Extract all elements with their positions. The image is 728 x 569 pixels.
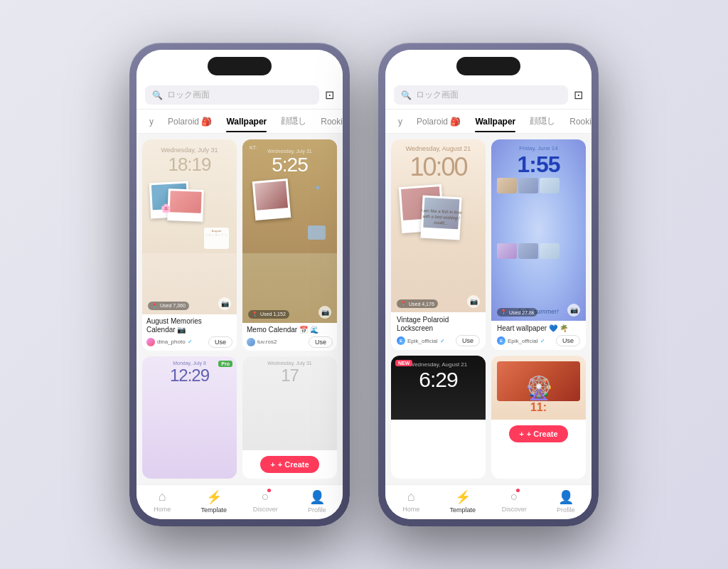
pro-badge-left: Pro <box>218 361 232 367</box>
vintage-title: Vintage Polaroid Lockscreen <box>397 316 480 333</box>
tab-y-left[interactable]: y <box>142 111 161 132</box>
expand-icon-left[interactable]: ⊡ <box>325 88 334 102</box>
phone-left: 🔍 ロック画面 ⊡ y Polaroid 🎒 Wallpaper 顔隠し Roo… <box>129 43 350 526</box>
create-button-right[interactable]: + + Create <box>509 425 567 442</box>
amusement-card-image: Pro 🎡 11: <box>491 356 586 420</box>
tab-polaroid-left[interactable]: Polaroid 🎒 <box>161 111 219 132</box>
nav-discover-label-left: Discover <box>253 506 278 513</box>
card-august-memories[interactable]: Wednesday, July 31 18:19 🌸 <box>142 139 237 351</box>
heart-photos <box>497 178 580 307</box>
plus-icon-right: + <box>519 430 523 438</box>
vintage-footer: Vintage Polaroid Lockscreen E Epik_offic… <box>391 312 486 350</box>
pol2-inner <box>170 191 202 213</box>
bottom-nav-right: ⌂ Home ⚡ Template ○ Discover 👤 Profile <box>385 484 592 519</box>
vintage-author-info: E Epik_official ✓ <box>397 336 445 345</box>
tab-wallpaper-right[interactable]: Wallpaper <box>468 111 523 132</box>
card2-author-info: luv.ros2 <box>247 338 277 346</box>
card1-author-row: dina_photo ✓ Use <box>146 336 232 348</box>
tiny-photo-2 <box>518 178 538 193</box>
vintage-use-button[interactable]: Use <box>456 335 480 346</box>
pol2 <box>167 188 204 222</box>
card-pro-left[interactable]: Pro Monday, July 8 12:29 <box>142 356 237 479</box>
new-badge: NEW <box>395 360 412 366</box>
nav-home-left[interactable]: ⌂ Home <box>136 489 188 514</box>
heart-card-image: Pro Friday, June 14 1:55 <box>491 139 586 321</box>
template-icon-right: ⚡ <box>455 489 471 505</box>
card1-photos: 🌸 August S M T W T F <box>146 179 232 250</box>
card2-use-button[interactable]: Use <box>309 336 333 348</box>
nav-home-right[interactable]: ⌂ Home <box>385 489 437 514</box>
search-input-right[interactable]: 🔍 ロック画面 <box>394 85 568 105</box>
card-night[interactable]: NEW Wednesday, August 21 6:29 <box>391 356 486 479</box>
vintage-big-time: 10:00 <box>410 152 466 182</box>
card-create-left[interactable]: Wednesday, July 31 17 + + Create <box>242 356 337 479</box>
discover-dot-right <box>516 489 520 492</box>
card1-used-text: Used 7,360 <box>160 303 186 308</box>
card1-time: 18:19 <box>168 154 210 176</box>
expand-icon-right[interactable]: ⊡ <box>574 88 583 102</box>
discover-dot-left <box>267 489 271 492</box>
nav-discover-left[interactable]: ○ Discover <box>240 489 291 514</box>
nav-profile-right[interactable]: 👤 Profile <box>540 489 592 514</box>
sandy-pol1 <box>252 179 291 220</box>
card4-create-area: + + Create <box>242 450 337 479</box>
tab-face-left[interactable]: 顔隠し <box>274 110 314 133</box>
tiny-photo-3 <box>540 178 560 193</box>
content-grid-right: Wednesday, August 21 10:00 I am like a f… <box>385 134 592 484</box>
used-icon-1: 📍 <box>151 303 158 309</box>
search-bar-right: 🔍 ロック画面 ⊡ <box>385 81 592 110</box>
card4-image: Wednesday, July 31 17 <box>242 356 337 451</box>
nav-template-left[interactable]: ⚡ Template <box>188 489 240 514</box>
tab-rookie-right[interactable]: Rookie ▾ <box>562 111 592 132</box>
amusement-image: 🎡 <box>497 361 580 401</box>
card2-author-name: luv.ros2 <box>257 339 277 345</box>
search-placeholder-left: ロック画面 <box>167 89 210 101</box>
vintage-photos: I am like a fish in love with a bird wis… <box>397 182 480 307</box>
vintage-date: Wednesday, August 21 <box>406 145 471 152</box>
home-icon-right: ⌂ <box>407 489 415 504</box>
card-amusement[interactable]: Pro 🎡 11: + + Create <box>491 356 586 479</box>
card-vintage-polaroid[interactable]: Wednesday, August 21 10:00 I am like a f… <box>391 139 486 350</box>
nav-profile-left[interactable]: 👤 Profile <box>291 489 343 514</box>
tab-y-right[interactable]: y <box>391 111 410 132</box>
notch-right <box>456 57 520 75</box>
tabs-bar-left: y Polaroid 🎒 Wallpaper 顔隠し Rookie ▾ <box>136 110 343 134</box>
discover-wrapper-right: ○ <box>510 489 518 504</box>
tab-rookie-left[interactable]: Rookie ▾ <box>314 111 343 132</box>
tabs-bar-right: y Polaroid 🎒 Wallpaper 顔隠し Rookie ▾ <box>385 110 592 134</box>
nav-discover-right[interactable]: ○ Discover <box>488 489 540 514</box>
heart-verified: ✓ <box>540 338 545 344</box>
card1-used-bar: 📍 Used 7,360 <box>148 302 189 310</box>
phone-right: 🔍 ロック画面 ⊡ y Polaroid 🎒 Wallpaper 顔隠し Roo… <box>378 43 599 526</box>
night-date: Wednesday, August 21 <box>410 361 468 368</box>
vintage-author-row: E Epik_official ✓ Use <box>397 335 480 346</box>
card1-title: August Memories Calendar 📷 <box>146 317 232 334</box>
nav-profile-label-right: Profile <box>557 506 575 514</box>
card4-preview: Wednesday, July 31 17 <box>242 356 337 390</box>
v-pol2: I am like a fish in love with a bird wis… <box>420 196 461 240</box>
heart-footer: Heart wallpaper 💙 🌴 E Epik_official ✓ Us… <box>491 321 586 350</box>
card-memo-calendar[interactable]: KT· Wednesday, July 31 5:25 ✦ <box>242 139 337 351</box>
discover-wrapper-left: ○ <box>262 489 269 504</box>
vintage-avatar: E <box>397 336 405 345</box>
tab-face-right[interactable]: 顔隠し <box>523 110 562 133</box>
ferris-wheel: 🎡 <box>497 374 580 401</box>
content-grid-left: Wednesday, July 31 18:19 🌸 <box>136 134 343 484</box>
card2-footer: Memo Calendar 📅 🌊 luv.ros2 Use <box>242 323 337 351</box>
notch-left <box>208 57 272 75</box>
tab-wallpaper-left[interactable]: Wallpaper <box>219 111 274 132</box>
vintage-author-name: Epik_official <box>407 338 438 344</box>
nav-template-right[interactable]: ⚡ Template <box>437 489 489 514</box>
heart-use-button[interactable]: Use <box>556 335 580 346</box>
phone-screen-right: 🔍 ロック画面 ⊡ y Polaroid 🎒 Wallpaper 顔隠し Roo… <box>385 50 592 519</box>
profile-icon-right: 👤 <box>558 489 574 505</box>
card-august-image: Wednesday, July 31 18:19 🌸 <box>142 139 237 314</box>
tab-polaroid-right[interactable]: Polaroid 🎒 <box>410 111 468 132</box>
night-card-image: NEW Wednesday, August 21 6:29 <box>391 356 486 420</box>
search-input-left[interactable]: 🔍 ロック画面 <box>145 85 319 105</box>
card-heart-wallpaper[interactable]: Pro Friday, June 14 1:55 <box>491 139 586 350</box>
create-button-left[interactable]: + + Create <box>260 456 318 473</box>
card1-use-button[interactable]: Use <box>208 336 232 348</box>
heart-title: Heart wallpaper 💙 🌴 <box>497 324 580 333</box>
used-icon-vintage: 📍 <box>400 301 407 307</box>
